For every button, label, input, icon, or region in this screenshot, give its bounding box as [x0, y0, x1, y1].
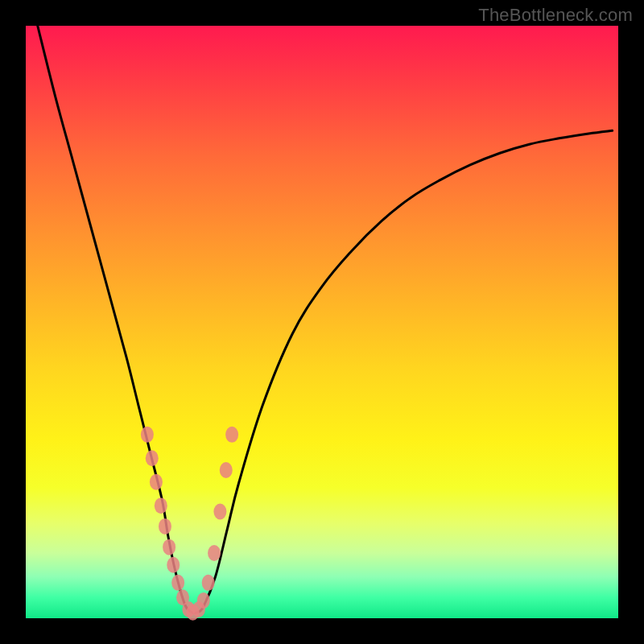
marker-point — [163, 539, 175, 555]
marker-point — [159, 518, 171, 535]
marker-point — [167, 557, 180, 573]
marker-point — [213, 504, 226, 520]
marker-point — [197, 592, 210, 609]
marker-point — [155, 497, 167, 514]
marker-point — [220, 462, 233, 478]
marker-point — [225, 427, 238, 443]
marker-group — [141, 427, 238, 621]
marker-point — [150, 474, 163, 490]
marker-point — [171, 575, 184, 591]
marker-point — [208, 545, 221, 561]
marker-point — [202, 575, 215, 591]
curve-layer — [26, 26, 618, 618]
watermark-text: TheBottleneck.com — [478, 5, 633, 26]
bottleneck-curve — [38, 26, 613, 613]
marker-point — [141, 427, 154, 443]
plot-area — [26, 26, 618, 618]
chart-frame: TheBottleneck.com — [0, 0, 644, 644]
marker-point — [146, 450, 159, 466]
